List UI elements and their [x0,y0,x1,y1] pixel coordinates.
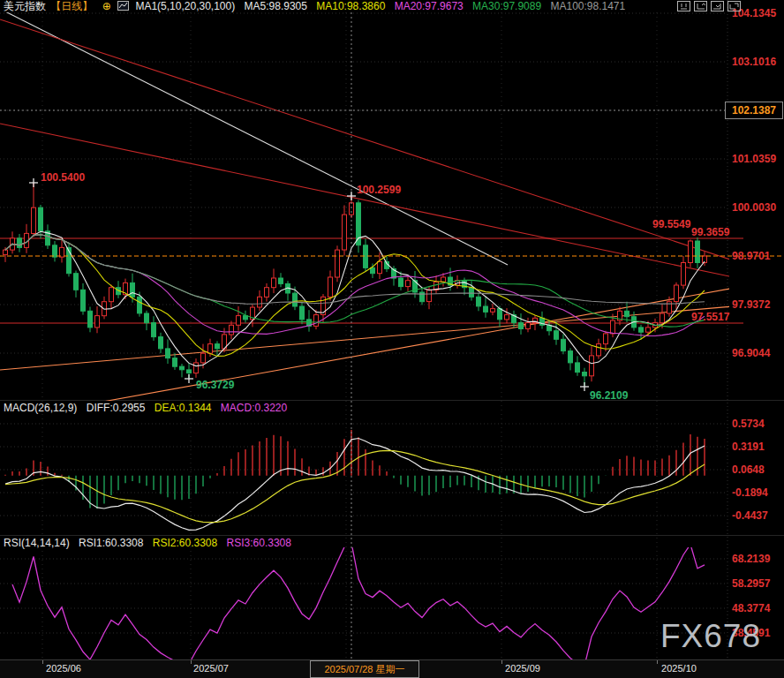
candle-body[interactable] [279,278,283,283]
candle-body[interactable] [74,274,79,290]
crosshair-price-label: 102.1387 [725,102,783,119]
candle-body[interactable] [660,313,665,323]
macd-axis-label: 0.5734 [732,418,765,430]
candle-body[interactable] [689,241,693,263]
candle-body[interactable] [244,316,248,320]
candle-body[interactable] [18,238,22,248]
candle-body[interactable] [194,363,199,373]
candle-body[interactable] [208,344,213,354]
candle-body[interactable] [265,288,269,298]
candle-body[interactable] [625,311,629,316]
candle-body[interactable] [569,351,573,363]
rsi2-value: RSI2:60.3308 [153,537,217,549]
candle-body[interactable] [604,334,608,344]
candle-body[interactable] [32,207,36,233]
candle-body[interactable] [39,207,43,231]
rsi-title[interactable]: RSI(14,14,14) [4,537,70,549]
chart-canvas[interactable]: 104.1345103.1016102.0687101.0359100.0030… [0,0,784,678]
candle-body[interactable] [201,353,206,363]
candle-body[interactable] [230,325,234,335]
trend-line[interactable] [0,9,508,265]
ma100-value: MA100:98.1471 [550,0,625,12]
candle-body[interactable] [427,290,432,301]
candle-body[interactable] [505,315,509,320]
candle-body[interactable] [477,297,481,306]
candle-body[interactable] [328,277,333,297]
candle-body[interactable] [470,288,474,298]
macd-axis-label: -0.4437 [732,509,768,522]
rsi3-value: RSI3:60.3308 [227,537,291,549]
candle-body[interactable] [583,373,587,376]
ma5-value: MA5:98.9305 [245,0,307,12]
candle-body[interactable] [145,313,149,323]
candle-body[interactable] [378,261,382,273]
candle-body[interactable] [406,281,411,287]
candle-body[interactable] [399,278,403,287]
candle-body[interactable] [173,358,177,367]
ma-settings-label[interactable]: MA1(5,10,20,30,100) [135,0,235,12]
candle-body[interactable] [159,337,163,349]
add-indicator-icon[interactable]: ⊕ [102,0,111,12]
trend-line[interactable] [0,279,784,420]
x-axis-tick [42,660,43,664]
candle-body[interactable] [491,309,495,313]
crosshair-date-label: 2025/07/28 星期一 [310,660,419,678]
candle-body[interactable] [138,297,142,313]
candle-body[interactable] [371,267,375,273]
candle-body[interactable] [88,311,93,328]
candle-body[interactable] [350,203,354,215]
candle-body[interactable] [562,339,566,350]
candle-body[interactable] [441,277,446,282]
price-annotation: 97.5517 [691,311,730,323]
candle-body[interactable] [4,250,8,254]
candle-body[interactable] [590,356,594,376]
candle-body[interactable] [484,306,488,312]
candle-body[interactable] [314,315,319,327]
period-selector[interactable]: 【日线】 [50,0,93,12]
candle-body[interactable] [215,344,220,349]
candle-body[interactable] [576,363,580,373]
candle-body[interactable] [272,278,276,288]
candle-body[interactable] [696,241,700,263]
candle-body[interactable] [639,328,644,332]
candle-body[interactable] [554,331,559,340]
layout-right-panel-icon[interactable] [711,1,724,11]
candle-body[interactable] [131,282,135,297]
x-axis-tick [501,660,502,664]
candle-body[interactable] [519,323,524,329]
trend-line[interactable] [0,302,784,370]
candle-body[interactable] [343,215,347,250]
candle-body[interactable] [166,349,170,358]
candle-body[interactable] [675,285,679,302]
candle-body[interactable] [526,323,531,329]
price-annotation: 100.2599 [357,184,401,196]
x-axis-tick [657,660,658,664]
price-axis-label: 103.1016 [732,56,776,68]
candle-body[interactable] [95,316,100,328]
candle-body[interactable] [53,245,57,257]
candle-body[interactable] [180,366,185,370]
layout-left-panel-icon[interactable] [694,1,707,11]
layout-toolbar [677,1,741,11]
layout-grid-icon[interactable] [677,1,690,11]
layout-new-window-icon[interactable] [727,1,741,11]
candle-body[interactable] [81,290,86,311]
candle-body[interactable] [187,370,192,373]
candle-body[interactable] [335,250,340,277]
candle-body[interactable] [293,293,298,306]
price-axis-label: 100.0030 [732,201,776,214]
price-annotation: 96.2109 [590,389,629,402]
candle-body[interactable] [597,344,601,356]
candle-body[interactable] [682,263,686,286]
candle-body[interactable] [237,316,241,326]
candle-body[interactable] [258,297,262,307]
candle-body[interactable] [498,309,502,320]
candle-body[interactable] [152,323,156,337]
macd-diff-value: DIFF:0.2955 [87,402,146,414]
macd-title[interactable]: MACD(26,12,9) [4,402,77,414]
candle-body[interactable] [109,288,114,302]
candle-body[interactable] [300,306,305,320]
candle-body[interactable] [611,320,615,334]
ma10-value: MA10:98.3860 [316,0,385,12]
candle-body[interactable] [646,328,651,332]
